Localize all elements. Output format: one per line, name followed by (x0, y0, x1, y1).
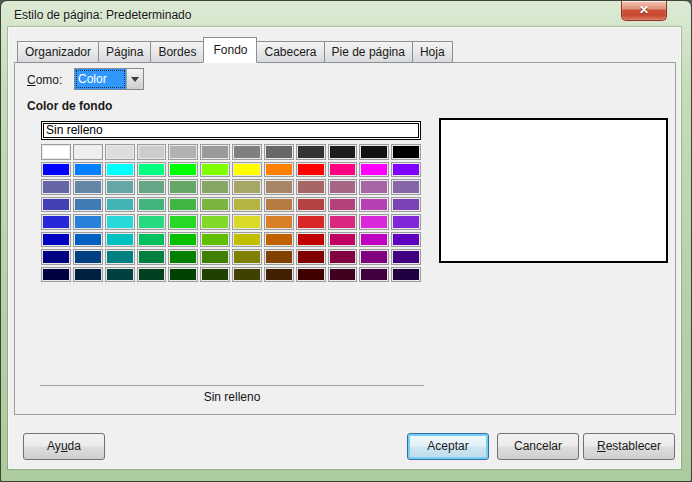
color-swatch[interactable] (359, 197, 389, 213)
color-swatch[interactable] (73, 214, 103, 230)
color-swatch[interactable] (232, 162, 262, 178)
color-swatch[interactable] (105, 162, 135, 178)
color-swatch[interactable] (232, 179, 262, 195)
color-swatch[interactable] (296, 214, 326, 230)
color-swatch[interactable] (41, 267, 71, 283)
color-swatch[interactable] (232, 197, 262, 213)
color-swatch[interactable] (105, 267, 135, 283)
color-swatch[interactable] (41, 232, 71, 248)
color-swatch[interactable] (264, 232, 294, 248)
color-swatch[interactable] (328, 162, 358, 178)
reset-button[interactable]: Restablecer (583, 433, 675, 460)
color-swatch[interactable] (105, 214, 135, 230)
color-swatch[interactable] (73, 162, 103, 178)
color-swatch[interactable] (41, 214, 71, 230)
color-swatch[interactable] (296, 232, 326, 248)
color-swatch[interactable] (296, 249, 326, 265)
color-swatch[interactable] (73, 197, 103, 213)
color-swatch[interactable] (168, 162, 198, 178)
color-swatch[interactable] (168, 267, 198, 283)
color-swatch[interactable] (264, 162, 294, 178)
color-swatch[interactable] (328, 214, 358, 230)
color-swatch[interactable] (232, 214, 262, 230)
no-fill-option[interactable]: Sin relleno (41, 121, 421, 140)
color-swatch[interactable] (137, 162, 167, 178)
color-swatch[interactable] (137, 232, 167, 248)
color-swatch[interactable] (391, 249, 421, 265)
color-swatch[interactable] (73, 144, 103, 160)
close-icon[interactable]: ✕ (621, 1, 667, 21)
color-swatch[interactable] (264, 267, 294, 283)
color-swatch[interactable] (168, 179, 198, 195)
titlebar[interactable]: Estilo de página: Predeterminado ✕ (1, 1, 691, 28)
color-swatch[interactable] (41, 249, 71, 265)
tab-bordes[interactable]: Bordes (150, 41, 204, 63)
color-swatch[interactable] (296, 144, 326, 160)
color-swatch[interactable] (168, 232, 198, 248)
color-swatch[interactable] (328, 179, 358, 195)
tab-pagina[interactable]: Página (98, 41, 151, 63)
color-swatch[interactable] (328, 144, 358, 160)
color-swatch[interactable] (232, 232, 262, 248)
color-swatch[interactable] (328, 249, 358, 265)
color-swatch[interactable] (232, 249, 262, 265)
color-swatch[interactable] (137, 267, 167, 283)
color-swatch[interactable] (359, 144, 389, 160)
help-button[interactable]: Ayuda (23, 433, 105, 460)
color-swatch[interactable] (264, 214, 294, 230)
tab-fondo[interactable]: Fondo (203, 37, 257, 63)
color-swatch[interactable] (359, 179, 389, 195)
color-swatch[interactable] (168, 197, 198, 213)
color-swatch[interactable] (232, 144, 262, 160)
color-swatch[interactable] (264, 197, 294, 213)
color-swatch[interactable] (391, 267, 421, 283)
color-swatch[interactable] (359, 267, 389, 283)
color-swatch[interactable] (200, 232, 230, 248)
color-swatch[interactable] (168, 249, 198, 265)
color-swatch[interactable] (105, 249, 135, 265)
color-swatch[interactable] (41, 162, 71, 178)
color-swatch[interactable] (328, 197, 358, 213)
color-swatch[interactable] (137, 179, 167, 195)
color-swatch[interactable] (391, 179, 421, 195)
color-swatch[interactable] (359, 232, 389, 248)
color-swatch[interactable] (105, 197, 135, 213)
color-swatch[interactable] (137, 144, 167, 160)
color-swatch[interactable] (328, 267, 358, 283)
color-swatch[interactable] (296, 162, 326, 178)
color-swatch[interactable] (73, 179, 103, 195)
color-swatch[interactable] (137, 197, 167, 213)
color-swatch[interactable] (200, 249, 230, 265)
color-swatch[interactable] (73, 249, 103, 265)
accept-button[interactable]: Aceptar (407, 433, 489, 460)
tab-pie-de-pagina[interactable]: Pie de página (324, 41, 413, 63)
color-swatch[interactable] (264, 144, 294, 160)
color-swatch[interactable] (41, 197, 71, 213)
color-swatch[interactable] (137, 214, 167, 230)
color-swatch[interactable] (200, 197, 230, 213)
cancel-button[interactable]: Cancelar (497, 433, 579, 460)
tab-hoja[interactable]: Hoja (412, 41, 453, 63)
color-swatch[interactable] (200, 162, 230, 178)
color-swatch[interactable] (328, 232, 358, 248)
color-swatch[interactable] (137, 249, 167, 265)
color-swatch[interactable] (391, 162, 421, 178)
color-swatch[interactable] (200, 267, 230, 283)
color-swatch[interactable] (105, 144, 135, 160)
color-swatch[interactable] (296, 197, 326, 213)
color-swatch[interactable] (359, 249, 389, 265)
color-swatch[interactable] (168, 214, 198, 230)
color-swatch[interactable] (359, 162, 389, 178)
color-swatch[interactable] (391, 214, 421, 230)
color-swatch[interactable] (73, 232, 103, 248)
color-swatch[interactable] (391, 232, 421, 248)
color-swatch[interactable] (296, 179, 326, 195)
color-swatch[interactable] (200, 144, 230, 160)
color-swatch[interactable] (200, 214, 230, 230)
color-swatch[interactable] (391, 144, 421, 160)
color-swatch[interactable] (73, 267, 103, 283)
color-swatch[interactable] (296, 267, 326, 283)
chevron-down-icon[interactable] (126, 69, 143, 89)
color-swatch[interactable] (105, 232, 135, 248)
color-swatch[interactable] (264, 249, 294, 265)
